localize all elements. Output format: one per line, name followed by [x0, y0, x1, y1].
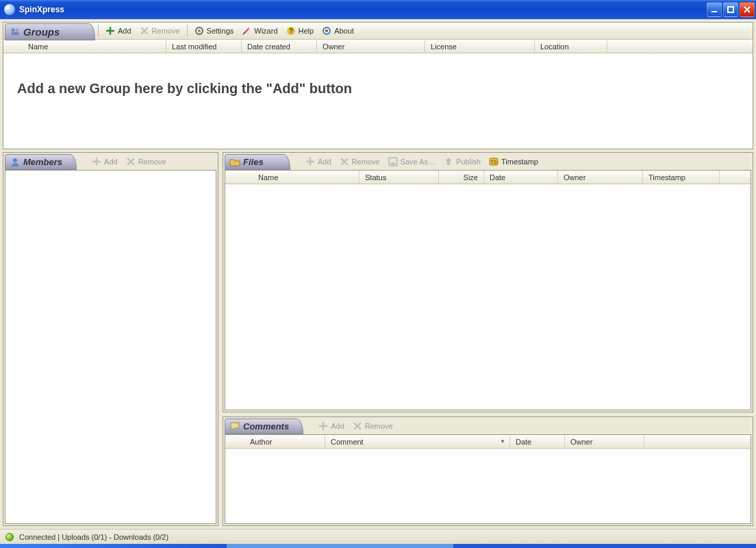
plus-icon	[92, 157, 101, 166]
groups-panel: Groups Add Remove Settings Wizard ?	[3, 22, 753, 149]
about-icon	[322, 26, 331, 36]
x-icon	[340, 157, 349, 166]
groups-remove-button[interactable]: Remove	[136, 25, 184, 37]
col-owner[interactable]: Owner	[317, 40, 425, 53]
members-panel: Members Add Remove	[3, 152, 218, 526]
comments-tab-label: Comments	[243, 421, 289, 432]
col-comment[interactable]: Comment▼	[325, 435, 510, 448]
files-columns: Name Status Size Date Owner Timestamp	[225, 171, 751, 184]
svg-rect-0	[711, 11, 717, 12]
svg-point-6	[198, 29, 201, 32]
members-add-button[interactable]: Add	[88, 155, 122, 168]
files-panel: Files Add Remove Save As…	[223, 152, 753, 412]
plus-icon	[305, 157, 315, 166]
app-icon	[4, 4, 15, 15]
members-remove-button[interactable]: Remove	[122, 155, 171, 168]
svg-rect-13	[390, 162, 395, 165]
minimize-button[interactable]	[707, 2, 722, 17]
svg-text:TS: TS	[491, 160, 497, 164]
col-license[interactable]: License	[425, 40, 535, 53]
col-file-timestamp[interactable]: Timestamp	[643, 171, 720, 184]
wizard-button[interactable]: Wizard	[238, 25, 281, 37]
connection-indicator-icon	[5, 533, 14, 541]
svg-point-2	[12, 29, 15, 32]
comments-add-button[interactable]: Add	[314, 420, 349, 432]
comments-list[interactable]	[225, 449, 751, 523]
files-list[interactable]	[225, 184, 751, 410]
x-icon	[140, 26, 149, 36]
groups-columns: Name Last modified Date created Owner Li…	[3, 40, 753, 53]
close-button[interactable]	[740, 2, 755, 17]
maximize-button[interactable]	[723, 2, 738, 17]
help-icon: ?	[286, 26, 296, 36]
files-timestamp-button[interactable]: TS Timestamp	[485, 155, 542, 168]
status-bar: Connected | Uploads (0/1) - Downloads (0…	[0, 529, 756, 544]
x-icon	[353, 421, 362, 431]
groups-toolbar: Groups Add Remove Settings Wizard ?	[3, 23, 753, 40]
timestamp-icon: TS	[489, 157, 499, 166]
comment-icon	[229, 421, 240, 432]
sort-indicator-icon: ▼	[500, 438, 505, 445]
svg-point-10	[325, 29, 328, 32]
files-publish-button[interactable]: Publish	[440, 155, 485, 168]
svg-rect-4	[11, 32, 19, 35]
title-bar: SpinXpress	[0, 0, 756, 19]
taskbar	[0, 544, 756, 548]
folder-icon	[229, 157, 240, 168]
plus-icon	[105, 26, 115, 36]
publish-icon	[444, 157, 453, 166]
col-file-name[interactable]: Name	[253, 171, 360, 184]
help-button[interactable]: ? Help	[282, 25, 318, 37]
comments-remove-button[interactable]: Remove	[349, 420, 397, 432]
col-comment-owner[interactable]: Owner	[565, 435, 644, 448]
about-button[interactable]: About	[318, 25, 358, 37]
col-name[interactable]: Name	[23, 40, 166, 53]
files-tab[interactable]: Files	[225, 154, 290, 170]
svg-point-11	[13, 158, 17, 162]
status-text: Connected | Uploads (0/1) - Downloads (0…	[19, 533, 168, 541]
groups-add-button[interactable]: Add	[101, 25, 136, 37]
col-file-date[interactable]: Date	[484, 171, 558, 184]
files-remove-button[interactable]: Remove	[336, 155, 384, 168]
files-tab-label: Files	[243, 157, 264, 167]
svg-rect-1	[728, 7, 733, 12]
x-icon	[126, 157, 136, 166]
app-title: SpinXpress	[19, 5, 707, 14]
comments-tab[interactable]: Comments	[225, 419, 303, 434]
col-comment-date[interactable]: Date	[510, 435, 565, 448]
members-list[interactable]	[5, 170, 216, 524]
groups-tab[interactable]: Groups	[5, 23, 95, 40]
settings-button[interactable]: Settings	[190, 25, 238, 37]
save-icon	[388, 157, 398, 166]
groups-icon	[10, 26, 21, 37]
col-file-owner[interactable]: Owner	[558, 171, 643, 184]
col-location[interactable]: Location	[535, 40, 607, 53]
members-icon	[10, 157, 21, 168]
svg-text:?: ?	[288, 27, 292, 35]
comments-panel: Comments Add Remove Author	[223, 416, 753, 526]
comments-columns: Author Comment▼ Date Owner	[225, 435, 751, 449]
col-last-modified[interactable]: Last modified	[166, 40, 242, 53]
col-file-status[interactable]: Status	[360, 171, 439, 184]
files-save-as-button[interactable]: Save As…	[384, 155, 440, 168]
col-date-created[interactable]: Date created	[242, 40, 317, 53]
groups-tab-label: Groups	[23, 26, 60, 38]
plus-icon	[318, 421, 328, 431]
wand-icon	[242, 26, 251, 36]
members-tab-label: Members	[23, 157, 62, 167]
gear-icon	[194, 26, 204, 36]
files-add-button[interactable]: Add	[301, 155, 336, 168]
members-tab[interactable]: Members	[5, 154, 77, 170]
svg-point-3	[16, 29, 19, 32]
col-author[interactable]: Author	[244, 435, 325, 448]
col-file-size[interactable]: Size	[439, 171, 484, 184]
groups-empty-message: Add a new Group here by clicking the "Ad…	[3, 53, 753, 124]
